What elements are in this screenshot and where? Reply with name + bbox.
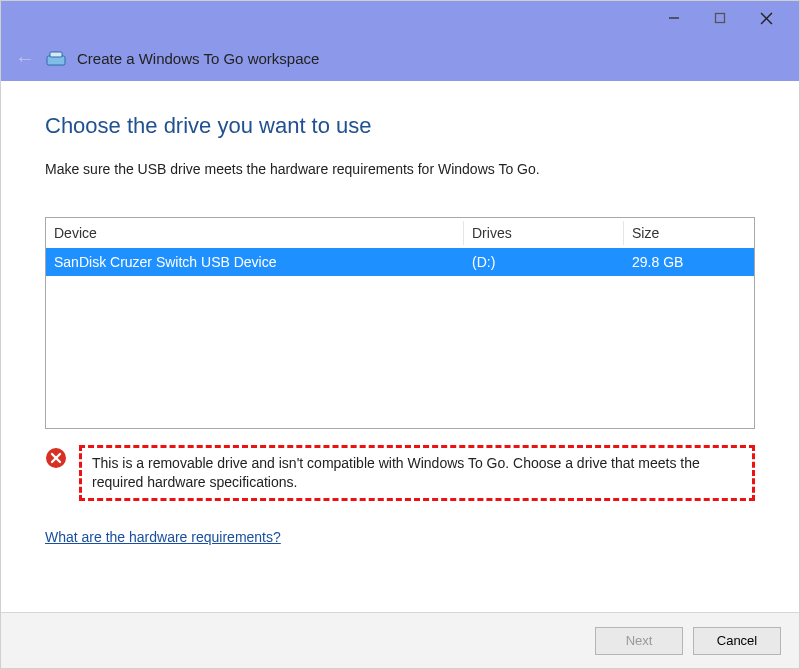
svg-rect-5 [50,52,62,57]
page-heading: Choose the drive you want to use [45,113,755,139]
error-icon [45,447,67,469]
drive-table: Device Drives Size SanDisk Cruzer Switch… [45,217,755,429]
error-message-text: This is a removable drive and isn't comp… [79,445,755,501]
column-header-device[interactable]: Device [46,221,464,245]
content-area: Choose the drive you want to use Make su… [1,81,799,612]
cancel-button[interactable]: Cancel [693,627,781,655]
column-header-drives[interactable]: Drives [464,221,624,245]
cell-drives: (D:) [464,251,624,273]
next-button[interactable]: Next [595,627,683,655]
column-header-size[interactable]: Size [624,221,754,245]
error-message-row: This is a removable drive and isn't comp… [45,445,755,501]
wizard-header: ← Create a Windows To Go workspace [1,35,799,81]
wizard-window: ← Create a Windows To Go workspace Choos… [0,0,800,669]
table-header-row: Device Drives Size [46,218,754,248]
table-row[interactable]: SanDisk Cruzer Switch USB Device (D:) 29… [46,248,754,276]
minimize-button[interactable] [651,3,697,33]
wizard-footer: Next Cancel [1,612,799,668]
svg-rect-1 [716,14,725,23]
windows-to-go-icon [45,47,67,69]
page-instruction: Make sure the USB drive meets the hardwa… [45,161,755,177]
wizard-title: Create a Windows To Go workspace [77,50,319,67]
maximize-button[interactable] [697,3,743,33]
hardware-requirements-link[interactable]: What are the hardware requirements? [45,529,281,545]
cell-size: 29.8 GB [624,251,754,273]
cell-device: SanDisk Cruzer Switch USB Device [46,251,464,273]
close-button[interactable] [743,3,789,33]
titlebar [1,1,799,35]
back-arrow-icon: ← [15,47,35,70]
